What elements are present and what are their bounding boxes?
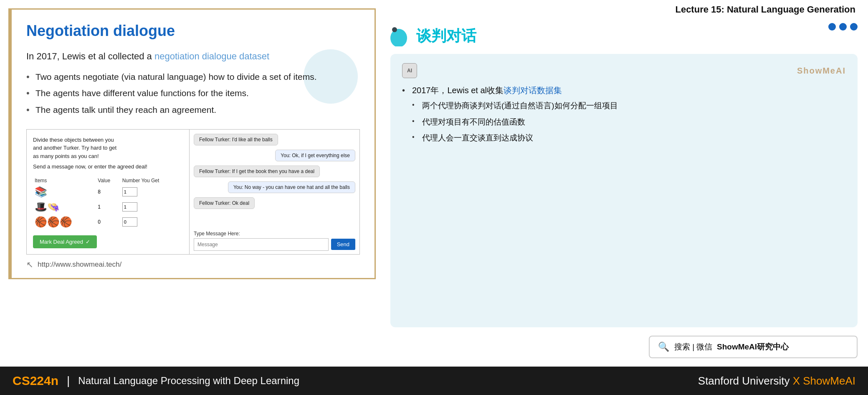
col-value: Value: [96, 177, 120, 184]
course-name: Natural Language Processing with Deep Le…: [78, 375, 299, 387]
item-row-2: 🎩👒 1: [33, 199, 183, 214]
bullet-3: The agents talk until they reach an agre…: [26, 104, 360, 116]
cn-sub-list: 两个代理协商谈判对话(通过自然语言)如何分配一组项目 代理对项目有不同的估值函数…: [412, 100, 846, 144]
footer-url[interactable]: http://www.showmeai.tech/: [38, 260, 121, 269]
nav-dots: [828, 23, 858, 31]
dot-3[interactable]: [850, 23, 858, 31]
item2-input[interactable]: [121, 199, 183, 214]
chinese-title: 谈判对话: [416, 26, 476, 46]
neg-right-panel: Fellow Turker: I'd like all the balls Yo…: [190, 130, 359, 254]
content-box: AI ShowMeAI 2017年，Lewis et al收集谈判对话数据集 两…: [390, 54, 858, 327]
neg-left-panel: Divide these objects between you and ano…: [27, 130, 190, 254]
instruction-text: Divide these objects between you and ano…: [33, 136, 183, 161]
showmeai-brand: ShowMeAI: [797, 66, 846, 76]
item2-value: 1: [96, 199, 120, 214]
left-panel: Negotiation dialogue In 2017, Lewis et a…: [0, 0, 384, 367]
item3-icon: 🏀🏀🏀: [33, 214, 96, 229]
cn-bullet-link: 谈判对话数据集: [504, 86, 562, 95]
instruction-red: Send a message now, or enter the agreed …: [33, 163, 183, 171]
cn-bullet-list: 2017年，Lewis et al收集谈判对话数据集 两个代理协商谈判对话(通过…: [402, 84, 846, 144]
bottom-left: CS224n | Natural Language Processing wit…: [13, 374, 299, 388]
slide-footer: ↖ http://www.showmeai.tech/: [26, 260, 360, 270]
item-row-3: 🏀🏀🏀 0: [33, 214, 183, 229]
svg-point-1: [392, 27, 397, 32]
bullet-1: Two agents negotiate (via natural langua…: [26, 71, 360, 83]
cn-sub-2: 代理对项目有不同的估值函数: [412, 116, 846, 128]
type-message-label: Type Message Here:: [194, 231, 355, 237]
send-button[interactable]: Send: [331, 239, 355, 250]
item3-input[interactable]: [121, 214, 183, 229]
slide-title: Negotiation dialogue: [26, 22, 360, 40]
item1-input[interactable]: [121, 184, 183, 199]
bottom-bar: CS224n | Natural Language Processing wit…: [0, 367, 868, 395]
intro-prefix: In 2017, Lewis et al collected a: [26, 51, 154, 61]
cn-sub-1: 两个代理协商谈判对话(通过自然语言)如何分配一组项目: [412, 100, 846, 112]
x-separator: X: [793, 375, 803, 387]
chat-input-row: Send: [194, 238, 355, 251]
course-code: CS224n: [13, 374, 58, 388]
showmeai-bottom-text: ShowMeAI: [803, 375, 855, 387]
slide-container: Negotiation dialogue In 2017, Lewis et a…: [8, 8, 376, 279]
ai-badge-icon: AI: [402, 63, 417, 78]
chat-msg-2: Fellow Turker: If I get the book then yo…: [194, 166, 320, 177]
search-icon: 🔍: [658, 341, 669, 352]
lecture-title: Lecture 15: Natural Language Generation: [390, 4, 858, 15]
item3-number-input[interactable]: [122, 217, 137, 227]
cn-bullet-main: 2017年，Lewis et al收集谈判对话数据集 两个代理协商谈判对话(通过…: [402, 84, 846, 144]
chat-msg-0: Fellow Turker: I'd like all the balls: [194, 134, 278, 145]
dot-2[interactable]: [839, 23, 847, 31]
item1-icon: 📚: [33, 184, 96, 199]
slide-bullets: Two agents negotiate (via natural langua…: [26, 71, 360, 120]
showmeai-header: AI ShowMeAI: [402, 63, 846, 78]
dot-1[interactable]: [828, 23, 836, 31]
bullet-2: The agents have different value function…: [26, 87, 360, 99]
mark-deal-label: Mark Deal Agreed: [40, 239, 83, 245]
cn-sub-3: 代理人会一直交谈直到达成协议: [412, 132, 846, 144]
bottom-divider: |: [67, 374, 70, 387]
mark-deal-button[interactable]: Mark Deal Agreed ✓: [33, 235, 97, 248]
bottom-right: Stanford University X ShowMeAI: [698, 375, 855, 387]
stanford-text: Stanford University: [698, 375, 790, 387]
chat-msg-4: Fellow Turker: Ok deal: [194, 197, 255, 209]
item1-number-input[interactable]: [122, 187, 137, 196]
col-number: Number You Get: [121, 177, 183, 184]
cursor-icon: ↖: [26, 260, 33, 270]
message-input[interactable]: [194, 238, 329, 251]
wave-icon: [390, 25, 411, 46]
right-panel: Lecture 15: Natural Language Generation …: [384, 0, 868, 367]
slide-intro: In 2017, Lewis et al collected a negotia…: [26, 50, 360, 63]
chat-messages: Fellow Turker: I'd like all the balls Yo…: [194, 134, 355, 227]
ai-icon-label: AI: [407, 68, 412, 74]
item1-value: 8: [96, 184, 120, 199]
intro-link[interactable]: negotiation dialogue dataset: [154, 51, 269, 61]
checkmark-icon: ✓: [86, 239, 90, 245]
negotiation-ui-mockup: Divide these objects between you and ano…: [26, 129, 360, 255]
col-items: Items: [33, 177, 96, 184]
chinese-header: 谈判对话: [390, 25, 858, 46]
search-bar[interactable]: 🔍 搜索 | 微信 ShowMeAI研究中心: [649, 336, 858, 358]
item-row-1: 📚 8: [33, 184, 183, 199]
search-text: 搜索 | 微信 ShowMeAI研究中心: [674, 341, 789, 352]
chat-msg-1: You: Ok, if I get everything else: [275, 150, 355, 161]
item3-value: 0: [96, 214, 120, 229]
item2-number-input[interactable]: [122, 202, 137, 212]
chat-msg-3: You: No way - you can have one hat and a…: [228, 181, 355, 193]
item2-icon: 🎩👒: [33, 199, 96, 214]
cn-bullet-prefix: 2017年，Lewis et al收集: [412, 86, 504, 95]
items-table: Items Value Number You Get 📚 8: [33, 177, 183, 229]
